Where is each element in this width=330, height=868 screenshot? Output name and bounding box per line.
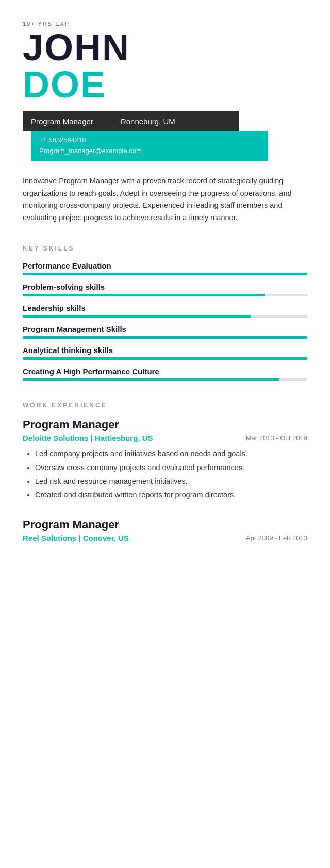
skill-name: Analytical thinking skills xyxy=(23,346,307,355)
skill-bar-bg xyxy=(23,273,307,275)
job-title: Program Manager xyxy=(23,418,307,431)
skill-item: Analytical thinking skills xyxy=(23,346,307,360)
skill-bar-fill xyxy=(23,336,307,339)
job-block: Program Manager Deloitte Solutions | Hat… xyxy=(23,418,307,502)
skill-name: Performance Evaluation xyxy=(23,261,307,270)
skills-list: Performance Evaluation Problem-solving s… xyxy=(23,261,307,381)
job-title-header: Program Manager xyxy=(31,117,93,126)
job-block: Program Manager Reel Solutions | Conover… xyxy=(23,518,307,542)
work-section: WORK EXPERIENCE Program Manager Deloitte… xyxy=(23,402,307,542)
skill-bar-fill xyxy=(23,294,265,296)
exp-label: 10+ YRS EXP. xyxy=(23,21,307,27)
company-row: Deloitte Solutions | Hattiesburg, US Mar… xyxy=(23,433,307,442)
skill-item: Performance Evaluation xyxy=(23,261,307,275)
skill-bar-bg xyxy=(23,294,307,296)
skill-item: Program Management Skills xyxy=(23,325,307,339)
job-bullet: Oversaw cross-company projects and evalu… xyxy=(35,461,307,474)
job-bullet: Led risk and resource management initiat… xyxy=(35,475,307,488)
skill-name: Creating A High Performance Culture xyxy=(23,367,307,376)
first-name: JOHN xyxy=(23,29,307,66)
last-name: DOE xyxy=(23,66,307,103)
jobs-list: Program Manager Deloitte Solutions | Hat… xyxy=(23,418,307,542)
skill-name: Leadership skills xyxy=(23,304,307,312)
contact-bar: +1 5632564210 Program_manager@example.co… xyxy=(31,131,268,161)
skill-bar-bg xyxy=(23,378,307,381)
title-bar: Program Manager Ronneburg, UM xyxy=(23,111,239,131)
job-dates: Mar 2013 - Oct 2019 xyxy=(246,434,307,442)
work-section-title: WORK EXPERIENCE xyxy=(23,402,307,409)
job-dates: Apr 2009 - Feb 2013 xyxy=(246,534,307,542)
skill-bar-bg xyxy=(23,336,307,339)
job-bullet: Created and distributed written reports … xyxy=(35,489,307,502)
skill-name: Problem-solving skills xyxy=(23,282,307,291)
skill-bar-fill xyxy=(23,315,251,318)
skill-item: Problem-solving skills xyxy=(23,282,307,296)
skill-item: Leadership skills xyxy=(23,304,307,318)
job-bullet: Led company projects and initiatives bas… xyxy=(35,447,307,460)
skills-section-title: KEY SKILLS xyxy=(23,245,307,252)
job-title: Program Manager xyxy=(23,518,307,531)
skill-bar-bg xyxy=(23,315,307,318)
email: Program_manager@example.com xyxy=(39,146,260,157)
skill-item: Creating A High Performance Culture xyxy=(23,367,307,381)
resume-container: 10+ YRS EXP. JOHN DOE Program Manager Ro… xyxy=(0,0,330,590)
skill-bar-bg xyxy=(23,357,307,360)
company-name: Deloitte Solutions | Hattiesburg, US xyxy=(23,433,153,442)
skill-name: Program Management Skills xyxy=(23,325,307,333)
company-row: Reel Solutions | Conover, US Apr 2009 - … xyxy=(23,533,307,542)
company-name: Reel Solutions | Conover, US xyxy=(23,533,129,542)
summary-text: Innovative Program Manager with a proven… xyxy=(23,175,307,225)
skill-bar-fill xyxy=(23,378,279,381)
skill-bar-fill xyxy=(23,357,307,360)
skill-bar-fill xyxy=(23,273,307,275)
phone: +1 5632564210 xyxy=(39,135,260,146)
title-divider xyxy=(112,116,112,126)
location: Ronneburg, UM xyxy=(121,117,175,126)
job-bullets: Led company projects and initiatives bas… xyxy=(23,447,307,502)
